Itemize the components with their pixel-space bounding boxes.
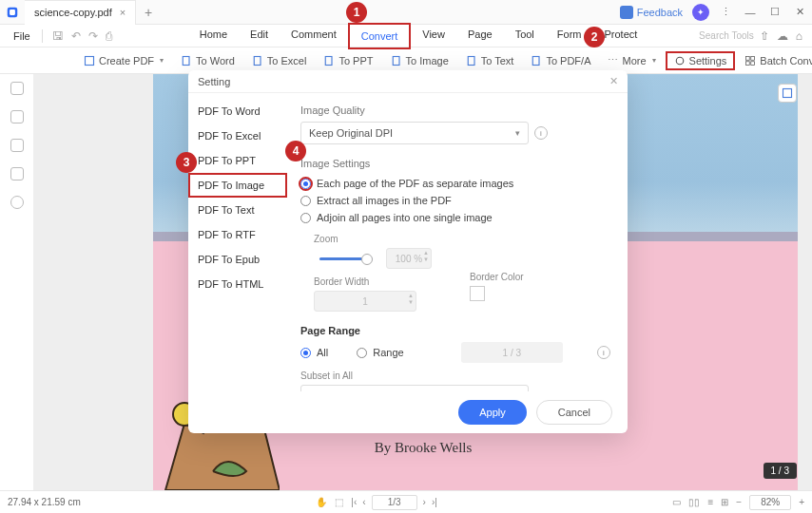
file-menu[interactable]: File	[6, 30, 38, 42]
tab-tool[interactable]: Tool	[504, 23, 546, 49]
border-width-box[interactable]: 1▲▼	[314, 291, 416, 312]
batch-convert-button[interactable]: Batch Convert	[737, 52, 812, 69]
cancel-button[interactable]: Cancel	[536, 400, 612, 425]
zoom-in-icon[interactable]: +	[799, 497, 804, 507]
fit-width-icon[interactable]: ⊞	[721, 497, 728, 507]
select-tool-icon[interactable]: ⬚	[335, 497, 343, 507]
title-bar: science-copy.pdf × + Feedback ✦ ⋮ — ☐ ✕	[0, 0, 812, 25]
image-quality-select[interactable]: Keep Original DPI	[300, 122, 529, 144]
thumbnails-icon[interactable]	[10, 82, 24, 95]
search-tools-input[interactable]: Search Tools	[699, 30, 754, 41]
option-adjoin-pages[interactable]: Adjoin all pages into one single image	[300, 209, 610, 226]
prev-page-icon[interactable]: ‹	[362, 497, 365, 507]
app-icon	[0, 0, 25, 25]
svg-rect-13	[751, 61, 755, 65]
zoom-slider[interactable]	[319, 257, 373, 260]
search-panel-icon[interactable]	[10, 196, 24, 209]
zoom-label: Zoom	[314, 234, 432, 244]
info-icon[interactable]: i	[597, 346, 610, 359]
attachments-icon[interactable]	[10, 167, 24, 180]
document-tab[interactable]: science-copy.pdf ×	[25, 0, 136, 25]
single-page-icon[interactable]: ▭	[672, 497, 681, 507]
page-float-button[interactable]	[778, 84, 797, 103]
page-range-heading: Page Range	[300, 325, 610, 336]
tab-home[interactable]: Home	[188, 23, 239, 49]
option-extract-images[interactable]: Extract all images in the PDF	[300, 192, 610, 209]
to-pdfa-button[interactable]: To PDF/A	[523, 52, 598, 69]
dialog-close-icon[interactable]: ✕	[609, 75, 618, 87]
radio-icon[interactable]	[357, 348, 367, 358]
page-number-input[interactable]: 1/3	[372, 495, 417, 510]
to-word-button[interactable]: To Word	[173, 52, 242, 69]
sidebar-pdf-to-image[interactable]: PDF To Image	[188, 173, 287, 198]
hand-tool-icon[interactable]: ✋	[316, 497, 327, 507]
sidebar-pdf-to-excel[interactable]: PDF To Excel	[188, 124, 287, 148]
callout-1: 1	[346, 2, 367, 23]
to-text-button[interactable]: To Text	[458, 52, 522, 69]
page-range-range[interactable]: Range	[357, 344, 403, 361]
kebab-icon[interactable]: ⋮	[713, 0, 738, 25]
save-icon[interactable]: 🖫	[52, 29, 64, 43]
tab-page[interactable]: Page	[456, 23, 504, 49]
image-quality-label: Image Quality	[300, 104, 610, 116]
minimize-button[interactable]: —	[738, 0, 763, 25]
bookmarks-icon[interactable]	[10, 110, 24, 124]
maximize-button[interactable]: ☐	[763, 0, 787, 25]
create-pdf-button[interactable]: Create PDF▾	[76, 52, 171, 69]
redo-icon[interactable]: ↷	[88, 29, 98, 43]
user-avatar[interactable]: ✦	[692, 4, 709, 21]
last-page-icon[interactable]: ›|	[432, 497, 437, 507]
dialog-footer: Apply Cancel	[188, 391, 628, 433]
home-icon[interactable]: ⌂	[796, 29, 802, 43]
svg-rect-1	[10, 10, 15, 15]
more-button[interactable]: ⋯More▾	[600, 51, 663, 69]
share-icon[interactable]: ⇧	[760, 29, 769, 43]
radio-icon[interactable]	[300, 348, 311, 358]
to-image-button[interactable]: To Image	[383, 52, 456, 69]
tab-edit[interactable]: Edit	[239, 23, 280, 49]
close-tab-icon[interactable]: ×	[120, 7, 126, 18]
first-page-icon[interactable]: |‹	[351, 497, 357, 507]
page-range-all[interactable]: All	[300, 344, 328, 361]
page-dimensions: 27.94 x 21.59 cm	[8, 497, 81, 507]
subset-select[interactable]: All pages	[300, 385, 529, 391]
page-range-input[interactable]: 1 / 3	[461, 342, 563, 363]
new-tab-button[interactable]: +	[136, 5, 161, 20]
tab-convert[interactable]: Convert	[348, 23, 412, 49]
sidebar-pdf-to-html[interactable]: PDF To HTML	[188, 272, 287, 296]
zoom-value-box[interactable]: 100 %▲▼	[386, 248, 432, 269]
sidebar-pdf-to-rtf[interactable]: PDF To RTF	[188, 222, 287, 247]
comments-icon[interactable]	[10, 139, 24, 152]
cloud-icon[interactable]: ☁	[777, 29, 788, 43]
svg-rect-7	[468, 56, 474, 65]
close-window-button[interactable]: ✕	[787, 0, 812, 25]
radio-icon[interactable]	[300, 213, 311, 223]
info-icon[interactable]: i	[534, 126, 548, 140]
radio-icon[interactable]	[300, 196, 311, 206]
border-width-label: Border Width	[314, 276, 432, 287]
settings-button[interactable]: Settings	[666, 51, 736, 70]
undo-icon[interactable]: ↶	[71, 29, 81, 43]
callout-4: 4	[285, 141, 306, 162]
zoom-level-input[interactable]: 82%	[749, 495, 791, 510]
border-color-swatch[interactable]	[470, 286, 485, 301]
sidebar-pdf-to-ppt[interactable]: PDF To PPT	[188, 148, 287, 173]
two-page-icon[interactable]: ▯▯	[688, 497, 700, 507]
radio-icon[interactable]	[300, 179, 311, 189]
to-ppt-button[interactable]: To PPT	[316, 52, 380, 69]
sidebar-pdf-to-epub[interactable]: PDF To Epub	[188, 247, 287, 272]
tab-comment[interactable]: Comment	[280, 23, 348, 49]
sidebar-pdf-to-text[interactable]: PDF To Text	[188, 198, 287, 222]
tab-title: science-copy.pdf	[34, 7, 112, 18]
apply-button[interactable]: Apply	[458, 400, 527, 425]
to-excel-button[interactable]: To Excel	[244, 52, 315, 69]
print-icon[interactable]: ⎙	[106, 29, 112, 43]
feedback-button[interactable]: Feedback	[620, 6, 683, 19]
next-page-icon[interactable]: ›	[423, 497, 426, 507]
dialog-title: Setting	[198, 76, 230, 87]
option-each-page[interactable]: Each page of the PDF as separate images	[300, 175, 610, 192]
tab-view[interactable]: View	[411, 23, 456, 49]
sidebar-pdf-to-word[interactable]: PDF To Word	[188, 99, 287, 124]
continuous-icon[interactable]: ≡	[707, 497, 713, 507]
zoom-out-icon[interactable]: −	[736, 497, 742, 507]
